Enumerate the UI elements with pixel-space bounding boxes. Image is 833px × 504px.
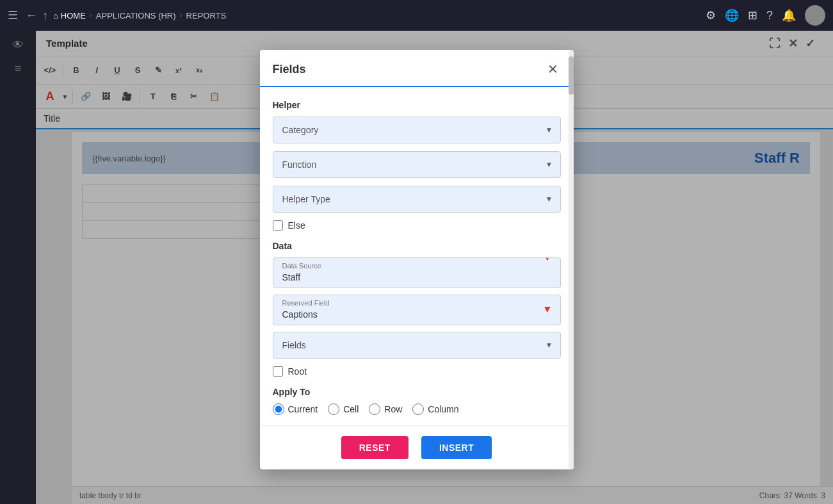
help-icon[interactable]: ?	[766, 9, 773, 22]
forward-icon[interactable]: ↑	[42, 9, 48, 22]
radio-current[interactable]: Current	[273, 403, 318, 415]
reserved-field-value: Captions	[273, 308, 560, 325]
user-avatar[interactable]	[805, 5, 825, 26]
fields-select[interactable]: Fields	[273, 332, 561, 359]
helper-section-label: Helper	[273, 100, 561, 110]
modal-overlay: Fields ✕ Helper Category ▼ Function	[0, 31, 833, 504]
topbar: ☰ ← ↑ ⌂ HOME › APPLICATIONS (HR) › REPOR…	[0, 0, 833, 31]
root-checkbox-row: Root	[273, 366, 561, 377]
category-select[interactable]: Category	[273, 117, 561, 143]
reserved-field-arrow-container: ▲	[542, 295, 553, 325]
modal-header: Fields ✕	[260, 50, 574, 87]
else-checkbox[interactable]	[273, 220, 283, 231]
radio-column-label: Column	[428, 404, 458, 414]
radio-current-input[interactable]	[273, 403, 284, 415]
helper-type-select[interactable]: Helper Type	[273, 186, 561, 213]
grid-icon[interactable]: ⊞	[748, 8, 757, 22]
modal-title: Fields	[273, 63, 306, 76]
nav-applications[interactable]: APPLICATIONS (HR)	[96, 11, 176, 20]
radio-group: Current Cell Row Column	[273, 403, 561, 415]
settings-icon[interactable]: ⚙	[706, 8, 716, 22]
home-icon: ⌂	[53, 11, 58, 20]
function-select-wrapper: Function ▼	[273, 151, 561, 178]
radio-cell-label: Cell	[343, 404, 359, 414]
data-section-label: Data	[273, 241, 561, 251]
modal-footer: RESET INSERT	[260, 425, 574, 469]
function-select[interactable]: Function	[273, 151, 561, 178]
radio-cell-input[interactable]	[328, 403, 339, 415]
reserved-field-label: Reserved Field	[273, 295, 560, 308]
data-source-container[interactable]: Data Source Staff ▲	[273, 257, 561, 288]
scrollbar-thumb	[569, 56, 574, 95]
nav-separator-1: ›	[90, 11, 92, 20]
nav-separator-2: ›	[180, 11, 182, 20]
else-checkbox-row: Else	[273, 220, 561, 231]
menu-icon[interactable]: ☰	[8, 8, 18, 22]
reserved-field-container[interactable]: Reserved Field Captions ▲	[273, 295, 561, 325]
radio-row-label: Row	[384, 404, 402, 414]
home-nav-item[interactable]: ⌂ HOME	[53, 11, 86, 20]
category-select-wrapper: Category ▼	[273, 117, 561, 143]
globe-icon[interactable]: 🌐	[725, 8, 739, 22]
reserved-field-up-arrow: ▲	[542, 304, 553, 316]
radio-column-input[interactable]	[412, 403, 424, 415]
radio-current-label: Current	[288, 404, 318, 414]
reset-button[interactable]: RESET	[341, 436, 408, 459]
modal-close-button[interactable]: ✕	[545, 60, 561, 78]
else-label: Else	[288, 220, 305, 231]
apply-to-label: Apply To	[273, 387, 561, 397]
data-source-label: Data Source	[273, 258, 560, 271]
radio-column[interactable]: Column	[412, 403, 458, 415]
data-source-value: Staff	[273, 271, 560, 288]
apply-to-section: Apply To Current Cell Row	[273, 387, 561, 415]
insert-button[interactable]: INSERT	[421, 436, 492, 459]
root-checkbox[interactable]	[273, 366, 283, 377]
breadcrumb-nav: ⌂ HOME › APPLICATIONS (HR) › REPORTS	[53, 11, 700, 20]
home-label[interactable]: HOME	[61, 11, 86, 20]
bell-icon[interactable]: 🔔	[782, 8, 796, 22]
root-label: Root	[288, 366, 307, 377]
radio-row[interactable]: Row	[369, 403, 402, 415]
modal-scrollbar	[569, 50, 574, 469]
radio-cell[interactable]: Cell	[328, 403, 359, 415]
helper-type-select-wrapper: Helper Type ▼	[273, 186, 561, 213]
main-area: 👁 ≡ Template ⛶ ✕ ✓ </> B I U S ✎ x² x₂	[0, 31, 833, 504]
topbar-icons: ⚙ 🌐 ⊞ ? 🔔	[706, 5, 825, 26]
nav-reports[interactable]: REPORTS	[186, 11, 227, 20]
radio-row-input[interactable]	[369, 403, 380, 415]
fields-select-wrapper: Fields ▼	[273, 332, 561, 359]
modal-body: Helper Category ▼ Function ▼ Helper Type	[260, 87, 574, 425]
back-icon[interactable]: ←	[26, 9, 37, 22]
fields-modal: Fields ✕ Helper Category ▼ Function	[260, 50, 574, 469]
